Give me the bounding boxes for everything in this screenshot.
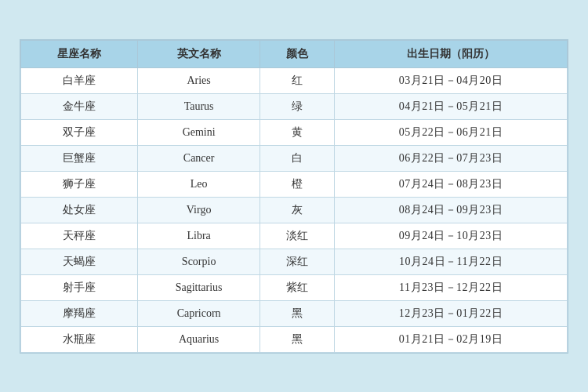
cell-english-name: Capricorn (137, 300, 260, 326)
table-row: 天蝎座Scorpio深红10月24日－11月22日 (21, 249, 568, 274)
cell-color: 淡红 (260, 223, 335, 249)
cell-color: 灰 (260, 197, 335, 223)
table-row: 狮子座Leo橙07月24日－08月23日 (21, 171, 568, 197)
cell-color: 红 (260, 67, 335, 93)
cell-dates: 10月24日－11月22日 (335, 249, 568, 274)
cell-color: 黑 (260, 326, 335, 352)
cell-color: 橙 (260, 171, 335, 197)
cell-dates: 05月22日－06月21日 (335, 119, 568, 145)
cell-dates: 01月21日－02月19日 (335, 326, 568, 352)
cell-chinese-name: 天秤座 (21, 223, 138, 249)
table-row: 摩羯座Capricorn黑12月23日－01月22日 (21, 300, 568, 326)
table-row: 金牛座Taurus绿04月21日－05月21日 (21, 93, 568, 119)
cell-dates: 04月21日－05月21日 (335, 93, 568, 119)
table-row: 天秤座Libra淡红09月24日－10月23日 (21, 223, 568, 249)
zodiac-table-container: 星座名称 英文名称 颜色 出生日期（阳历） 白羊座Aries红03月21日－04… (20, 39, 568, 354)
cell-english-name: Taurus (137, 93, 260, 119)
cell-chinese-name: 白羊座 (21, 67, 138, 93)
table-row: 巨蟹座Cancer白06月22日－07月23日 (21, 145, 568, 171)
cell-chinese-name: 金牛座 (21, 93, 138, 119)
table-row: 白羊座Aries红03月21日－04月20日 (21, 67, 568, 93)
cell-chinese-name: 射手座 (21, 274, 138, 300)
cell-color: 深红 (260, 249, 335, 274)
zodiac-table: 星座名称 英文名称 颜色 出生日期（阳历） 白羊座Aries红03月21日－04… (20, 40, 568, 353)
table-row: 处女座Virgo灰08月24日－09月23日 (21, 197, 568, 223)
header-birthdate: 出生日期（阳历） (335, 40, 568, 67)
header-english-name: 英文名称 (137, 40, 260, 67)
header-color: 颜色 (260, 40, 335, 67)
cell-chinese-name: 天蝎座 (21, 249, 138, 274)
cell-english-name: Virgo (137, 197, 260, 223)
cell-dates: 03月21日－04月20日 (335, 67, 568, 93)
table-header-row: 星座名称 英文名称 颜色 出生日期（阳历） (21, 40, 568, 67)
table-body: 白羊座Aries红03月21日－04月20日金牛座Taurus绿04月21日－0… (21, 67, 568, 352)
cell-chinese-name: 水瓶座 (21, 326, 138, 352)
cell-color: 白 (260, 145, 335, 171)
cell-chinese-name: 双子座 (21, 119, 138, 145)
cell-color: 紫红 (260, 274, 335, 300)
cell-english-name: Cancer (137, 145, 260, 171)
cell-dates: 09月24日－10月23日 (335, 223, 568, 249)
cell-english-name: Libra (137, 223, 260, 249)
cell-english-name: Aquarius (137, 326, 260, 352)
cell-chinese-name: 处女座 (21, 197, 138, 223)
cell-english-name: Gemini (137, 119, 260, 145)
cell-dates: 06月22日－07月23日 (335, 145, 568, 171)
table-row: 水瓶座Aquarius黑01月21日－02月19日 (21, 326, 568, 352)
cell-english-name: Sagittarius (137, 274, 260, 300)
cell-english-name: Leo (137, 171, 260, 197)
table-row: 射手座Sagittarius紫红11月23日－12月22日 (21, 274, 568, 300)
cell-dates: 08月24日－09月23日 (335, 197, 568, 223)
cell-chinese-name: 摩羯座 (21, 300, 138, 326)
cell-color: 绿 (260, 93, 335, 119)
cell-color: 黄 (260, 119, 335, 145)
cell-chinese-name: 狮子座 (21, 171, 138, 197)
cell-chinese-name: 巨蟹座 (21, 145, 138, 171)
cell-dates: 12月23日－01月22日 (335, 300, 568, 326)
cell-color: 黑 (260, 300, 335, 326)
table-row: 双子座Gemini黄05月22日－06月21日 (21, 119, 568, 145)
cell-english-name: Scorpio (137, 249, 260, 274)
cell-english-name: Aries (137, 67, 260, 93)
cell-dates: 07月24日－08月23日 (335, 171, 568, 197)
cell-dates: 11月23日－12月22日 (335, 274, 568, 300)
header-chinese-name: 星座名称 (21, 40, 138, 67)
